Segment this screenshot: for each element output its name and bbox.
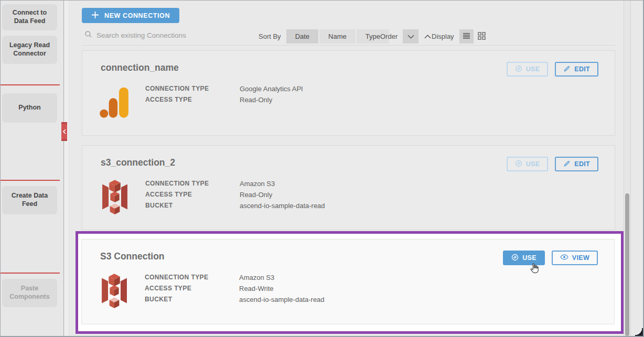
- google-analytics-icon: [100, 84, 130, 119]
- pencil-icon: [563, 160, 571, 169]
- chevron-down-icon: [407, 32, 414, 40]
- list-view-icon: [463, 32, 470, 41]
- connection-title: S3 Connection: [100, 251, 165, 262]
- card-buttons: USE EDIT: [507, 157, 598, 171]
- sort-by-group: Sort By Date Name Type: [259, 29, 390, 44]
- field-value: Google Analytics API: [240, 85, 303, 92]
- chevron-left-icon: [63, 127, 66, 136]
- amazon-s3-icon: [100, 179, 130, 214]
- field-value: ascend-io-sample-data-read: [240, 202, 325, 209]
- edit-button[interactable]: EDIT: [555, 157, 598, 171]
- order-descending-button[interactable]: [403, 29, 418, 44]
- field-label: CONNECTION TYPE: [145, 85, 240, 92]
- sort-option-date[interactable]: Date: [286, 29, 318, 44]
- grid-view-icon: [478, 32, 486, 41]
- sidebar-item-paste-components[interactable]: Paste Components: [2, 279, 57, 307]
- connection-fields: CONNECTION TYPE Amazon S3 ACCESS TYPE Re…: [145, 180, 325, 209]
- use-button[interactable]: USE: [503, 251, 545, 265]
- connection-card-s3-connection-2: s3_connection_2 USE EDIT: [82, 145, 615, 230]
- use-button[interactable]: USE: [507, 157, 549, 171]
- sidebar-item-connect-to-data-feed[interactable]: Connect to Data Feed: [2, 4, 57, 30]
- field-value: Read-Only: [240, 96, 303, 103]
- display-list-button[interactable]: [459, 29, 474, 44]
- ascend-icon: [511, 254, 519, 263]
- sidebar-section-divider: [1, 273, 60, 274]
- use-button[interactable]: USE: [507, 62, 549, 77]
- highlight-box: S3 Connection USE VIEW: [76, 231, 624, 334]
- field-value: Amazon S3: [239, 274, 325, 281]
- window-corner: [635, 328, 643, 336]
- sort-option-name[interactable]: Name: [319, 29, 356, 44]
- search-input[interactable]: [96, 31, 238, 39]
- field-label: BUCKET: [145, 202, 240, 209]
- view-button[interactable]: VIEW: [552, 251, 598, 265]
- sidebar-section-divider: [1, 180, 60, 181]
- amazon-s3-icon: [99, 273, 130, 308]
- display-group: Display: [432, 29, 490, 44]
- ascend-icon: [515, 65, 522, 74]
- field-label: ACCESS TYPE: [145, 191, 240, 198]
- card-buttons: USE EDIT: [507, 62, 598, 77]
- ascend-icon: [515, 160, 522, 169]
- sidebar-gutter: [65, 1, 69, 336]
- connection-fields: CONNECTION TYPE Amazon S3 ACCESS TYPE Re…: [145, 274, 325, 303]
- field-label: ACCESS TYPE: [145, 96, 240, 103]
- toolbar-divider: [82, 45, 615, 46]
- field-label: CONNECTION TYPE: [145, 180, 240, 187]
- sidebar-section-divider: [1, 84, 60, 85]
- field-value: Amazon S3: [240, 180, 325, 187]
- search-box: [84, 30, 238, 40]
- new-connection-button[interactable]: NEW CONNECTION: [82, 8, 179, 23]
- sidebar-item-python[interactable]: Python: [2, 93, 57, 123]
- field-label: BUCKET: [145, 296, 239, 303]
- edit-button[interactable]: EDIT: [555, 62, 598, 77]
- card-buttons: USE VIEW: [503, 251, 598, 265]
- search-icon: [84, 30, 92, 40]
- display-label: Display: [432, 32, 454, 40]
- sidebar-item-create-data-feed[interactable]: Create Data Feed: [2, 186, 57, 214]
- connection-fields: CONNECTION TYPE Google Analytics API ACC…: [145, 85, 303, 103]
- connection-card-s3-connection: S3 Connection USE VIEW: [81, 239, 615, 324]
- field-value: Read-Write: [239, 285, 325, 292]
- plus-icon: [91, 11, 99, 20]
- chevron-up-icon: [424, 32, 431, 40]
- connection-card-connection-name: connection_name USE EDIT C: [82, 50, 615, 136]
- connection-title: s3_connection_2: [101, 157, 175, 168]
- field-label: CONNECTION TYPE: [145, 274, 239, 281]
- connections-screen: Connect to Data Feed Legacy Read Connect…: [0, 0, 644, 337]
- sidebar: Connect to Data Feed Legacy Read Connect…: [1, 1, 64, 336]
- field-value: ascend-io-sample-data-read: [239, 296, 325, 303]
- sort-by-label: Sort By: [259, 32, 281, 40]
- sidebar-item-legacy-read-connector[interactable]: Legacy Read Connector: [2, 36, 57, 64]
- order-label: Order: [380, 32, 398, 40]
- pencil-icon: [563, 65, 571, 74]
- eye-icon: [560, 254, 568, 262]
- scrollbar-thumb[interactable]: [625, 193, 629, 336]
- connection-title: connection_name: [101, 62, 179, 73]
- field-label: ACCESS TYPE: [145, 285, 239, 292]
- order-group: Order: [380, 29, 436, 44]
- sidebar-collapse-handle[interactable]: [61, 122, 67, 141]
- display-grid-button[interactable]: [475, 29, 489, 44]
- vertical-scrollbar[interactable]: [624, 1, 631, 336]
- field-value: Read-Only: [240, 191, 325, 198]
